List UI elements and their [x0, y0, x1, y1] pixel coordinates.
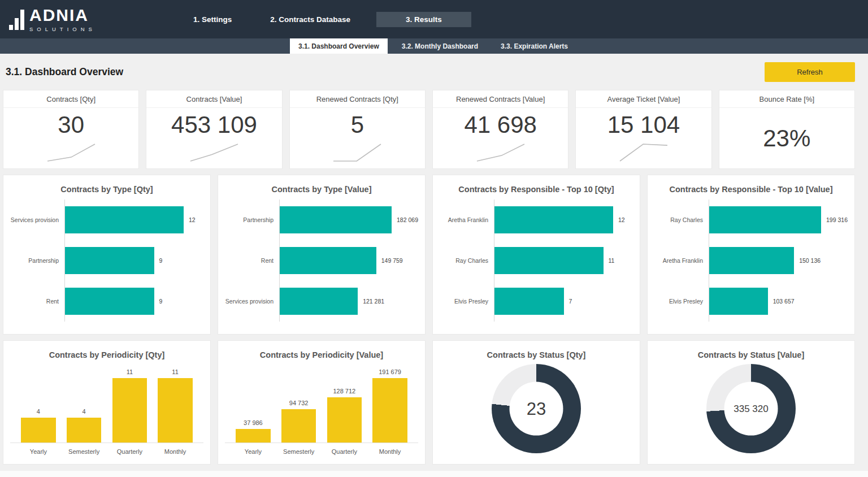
bar[interactable] [65, 247, 154, 274]
vbar-plot: 37 98694 732128 712191 679 [225, 368, 418, 443]
bar[interactable] [65, 288, 154, 315]
tab-dashboard-overview[interactable]: 3.1. Dashboard Overview [290, 38, 388, 54]
brand-text: ADNIA SOLUTIONS [29, 7, 96, 32]
value-label: 199 316 [826, 216, 848, 223]
category-label: Yearly [21, 448, 56, 455]
bar[interactable] [280, 206, 392, 233]
bar[interactable] [65, 206, 184, 233]
value-label: 150 136 [799, 257, 821, 264]
bar[interactable] [709, 288, 768, 315]
value-label: 12 [618, 216, 625, 223]
category-label: Quarterly [327, 448, 362, 455]
value-label: 121 281 [363, 298, 384, 305]
category-label: Quarterly [112, 448, 147, 455]
bar[interactable] [158, 378, 193, 443]
category-label: Monthly [372, 448, 407, 455]
bar[interactable] [494, 288, 564, 315]
bar-chart-icon [9, 8, 24, 30]
chart-title: Contracts by Status [Value] [654, 350, 848, 359]
tab-results[interactable]: 3. Results [376, 12, 471, 27]
category-label: Yearly [236, 448, 271, 455]
value-label: 37 986 [244, 419, 263, 426]
sparkline-chart [40, 141, 103, 164]
kpi-card-average-ticket-value: Average Ticket [Value] 15 104 [575, 90, 711, 169]
bar-row: Elvis Presley7 [440, 281, 633, 322]
bar-column: 11 [112, 368, 147, 443]
value-label: 11 [609, 257, 615, 264]
kpi-card-renewed-contracts-value: Renewed Contracts [Value] 41 698 [432, 90, 568, 169]
chart-card-contracts-by-type-qty: Contracts by Type [Qty] Services provisi… [3, 175, 211, 335]
bar-track: 150 136 [709, 240, 848, 281]
donut-chart[interactable]: 23 [492, 364, 581, 453]
bar-row: Elvis Presley103 657 [654, 281, 848, 322]
chart-card-contracts-by-responsible-qty: Contracts by Responsible - Top 10 [Qty] … [432, 175, 640, 335]
bar[interactable] [280, 288, 358, 315]
bar[interactable] [494, 247, 604, 274]
brand-name: ADNIA [29, 7, 96, 24]
category-label: Semesterly [281, 448, 316, 455]
bar-track: 12 [494, 200, 633, 240]
bar-row: Partnership182 069 [225, 200, 418, 240]
tab-contracts-database[interactable]: 2. Contracts Database [258, 12, 363, 27]
value-label: 94 732 [289, 400, 309, 406]
value-label: 103 657 [773, 298, 795, 305]
bar-row: Aretha Franklin150 136 [654, 240, 848, 281]
donut-hole: 335 320 [724, 382, 778, 436]
tab-settings[interactable]: 1. Settings [181, 12, 244, 27]
bar[interactable] [709, 206, 821, 233]
hbar-plot: Services provision12Partnership9Rent9 [10, 198, 203, 322]
bar-row: Services provision12 [10, 200, 203, 240]
tab-expiration-alerts[interactable]: 3.3. Expiration Alerts [492, 38, 576, 54]
bar[interactable] [236, 429, 271, 443]
bar[interactable] [112, 378, 147, 443]
bar[interactable] [281, 409, 316, 443]
bar-row: Rent149 759 [225, 240, 418, 281]
kpi-value: 453 109 [171, 111, 257, 138]
kpi-value: 15 104 [607, 111, 680, 138]
bar[interactable] [327, 397, 362, 443]
bar-column: 11 [158, 368, 193, 443]
page-title: 3.1. Dashboard Overview [6, 66, 123, 78]
bar-row: Partnership9 [10, 240, 203, 281]
kpi-row: Contracts [Qty] 30 Contracts [Value] 453… [3, 90, 855, 169]
kpi-card-contracts-value: Contracts [Value] 453 109 [146, 90, 282, 169]
bar-column: 94 732 [281, 368, 316, 443]
bar-track: 7 [494, 281, 633, 322]
chart-card-periodicity-qty: Contracts by Periodicity [Qty] 441111 Ye… [3, 340, 211, 465]
category-label: Ray Charles [440, 257, 494, 264]
category-label: Elvis Presley [440, 298, 494, 305]
refresh-button[interactable]: Refresh [765, 62, 855, 82]
bar-column: 128 712 [327, 368, 362, 443]
kpi-title: Average Ticket [Value] [576, 90, 711, 108]
bar[interactable] [280, 247, 376, 274]
chart-card-contracts-by-responsible-value: Contracts by Responsible - Top 10 [Value… [647, 175, 855, 335]
bar[interactable] [709, 247, 794, 274]
kpi-title: Contracts [Value] [146, 90, 281, 108]
category-label: Aretha Franklin [654, 257, 709, 264]
kpi-card-renewed-contracts-qty: Renewed Contracts [Qty] 5 [289, 90, 426, 169]
bar[interactable] [21, 418, 56, 443]
category-label: Partnership [10, 257, 64, 264]
chart-title: Contracts by Type [Value] [225, 185, 418, 194]
sparkline-chart [183, 141, 246, 164]
tab-monthly-dashboard[interactable]: 3.2. Monthly Dashboard [393, 38, 487, 54]
chart-title: Contracts by Type [Qty] [10, 185, 203, 194]
bar-row: Services provision121 281 [225, 281, 418, 322]
bar[interactable] [372, 378, 407, 443]
bar-row: Aretha Franklin12 [440, 200, 633, 240]
donut-chart[interactable]: 335 320 [706, 364, 796, 453]
hbar-plot: Aretha Franklin12Ray Charles11Elvis Pres… [440, 198, 633, 322]
sparkline-chart [612, 141, 675, 164]
bar-column: 191 679 [372, 368, 407, 443]
kpi-card-bounce-rate: Bounce Rate [%] 23% [719, 90, 855, 169]
value-label: 191 679 [379, 368, 401, 375]
vbar-category-axis: YearlySemesterlyQuarterlyMonthly [225, 448, 418, 455]
chart-title: Contracts by Responsible - Top 10 [Qty] [440, 185, 633, 194]
bar-track: 12 [64, 200, 203, 240]
category-label: Services provision [225, 298, 279, 305]
value-label: 9 [159, 298, 163, 305]
bar[interactable] [67, 418, 102, 443]
sub-navigation-bar: 3.1. Dashboard Overview 3.2. Monthly Das… [0, 38, 868, 54]
bar[interactable] [494, 206, 613, 233]
kpi-value-area: 5 [290, 108, 425, 141]
